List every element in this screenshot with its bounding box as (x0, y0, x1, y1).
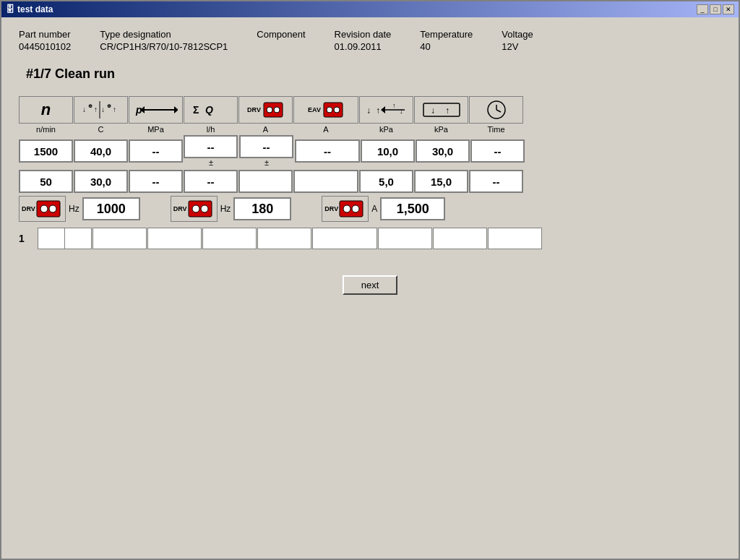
row2-drv (238, 170, 293, 193)
row2-eav (293, 170, 358, 193)
close-button[interactable]: ✕ (723, 4, 734, 14)
content-area: Part number 0445010102 Type designation … (1, 17, 739, 559)
q-icon: Σ Q (184, 96, 238, 124)
window-title: test data (17, 4, 53, 14)
kpa1-unit: kPa (359, 125, 413, 134)
voltage-label: Voltage (502, 29, 533, 40)
minimize-button[interactable]: _ (697, 4, 708, 14)
revision-date-value: 01.09.2011 (335, 41, 392, 52)
type-designation-label: Type designation (100, 29, 228, 40)
svg-point-35 (192, 205, 199, 212)
input-cell-9[interactable] (488, 228, 542, 249)
svg-point-14 (267, 107, 272, 113)
svg-point-38 (343, 205, 350, 212)
input-cell-3[interactable] (147, 228, 202, 249)
voltage-value: 12V (502, 41, 533, 52)
svg-rect-25 (423, 103, 460, 116)
next-button[interactable]: next (343, 275, 398, 295)
row1-kpa1: 10,0 (361, 139, 415, 163)
row1-time: -- (470, 139, 525, 163)
freq-row: DRV Hz 1000 DRV (19, 196, 721, 222)
time-unit: Time (469, 125, 523, 134)
kpa2-unit: kPa (414, 125, 468, 134)
svg-text:↓: ↓ (366, 105, 371, 116)
temp-icon: ↓ ⊕ ↑ ↓ ⊕ ↑ (74, 96, 128, 124)
input-cell-7[interactable] (378, 228, 432, 249)
part-number-col: Part number 0445010102 (19, 29, 71, 52)
svg-point-39 (352, 205, 359, 212)
temperature-col: Temperature 40 (420, 29, 473, 52)
input-cell-6[interactable] (312, 228, 377, 249)
col-header-q: Σ Q l/h (184, 96, 238, 134)
p-unit: MPa (129, 125, 183, 134)
col-header-drv: DRV A (238, 96, 293, 134)
temperature-value: 40 (420, 41, 473, 52)
n-unit: n/min (19, 125, 73, 134)
row1-kpa2: 30,0 (416, 139, 470, 163)
input-cell-4[interactable] (202, 228, 257, 249)
kpa1-icon: ↓ ↑ ↑ ↓ (359, 96, 413, 124)
header-info: Part number 0445010102 Type designation … (19, 29, 721, 52)
svg-point-33 (49, 205, 56, 212)
revision-date-label: Revision date (335, 29, 392, 40)
temperature-label: Temperature (420, 29, 473, 40)
part-number-label: Part number (19, 29, 71, 40)
maximize-button[interactable]: □ (710, 4, 721, 14)
temp-unit: C (74, 125, 128, 134)
col-header-temp: ↓ ⊕ ↑ ↓ ⊕ ↑ C (74, 96, 128, 134)
svg-point-18 (334, 107, 340, 113)
row1-q: -- (184, 135, 238, 158)
input-cell-8[interactable] (433, 228, 487, 249)
row1-n: 1500 (19, 139, 73, 163)
hz1-label: Hz (69, 204, 79, 214)
part-number-value: 0445010102 (19, 41, 71, 52)
component-label: Component (257, 29, 305, 40)
svg-text:↓: ↓ (101, 105, 105, 113)
svg-point-17 (327, 107, 332, 113)
row1-eav: -- (295, 139, 360, 163)
eav-unit: A (293, 125, 358, 134)
freq2-value: 180 (233, 197, 291, 220)
col-header-p: p MPa (129, 96, 183, 134)
drv-unit: A (238, 125, 293, 134)
row2-q: -- (184, 170, 238, 193)
col-header-eav: EAV A (293, 96, 358, 134)
svg-text:⊕: ⊕ (107, 103, 111, 108)
drv3-icon: DRV (322, 196, 369, 222)
data-row-2: 50 30,0 -- -- 5,0 15,0 -- (19, 170, 721, 193)
drv-col-icon: DRV (238, 96, 293, 124)
svg-line-30 (496, 110, 501, 112)
row1-temp: 40,0 (74, 139, 128, 163)
row1-q-pm: ± (209, 158, 213, 167)
svg-text:↓: ↓ (431, 105, 435, 116)
window-icon: 🗄 (6, 4, 14, 14)
svg-text:Σ: Σ (193, 104, 199, 116)
time-icon (469, 96, 523, 124)
svg-text:↓: ↓ (400, 108, 403, 115)
svg-point-32 (40, 205, 48, 212)
input-cell-1[interactable] (38, 228, 92, 249)
drv2-icon: DRV (171, 196, 218, 222)
p-icon: p (129, 96, 183, 124)
row2-n: 50 (19, 170, 73, 193)
title-bar-left: 🗄 test data (6, 4, 53, 14)
svg-text:↑: ↑ (392, 102, 396, 109)
revision-date-col: Revision date 01.09.2011 (335, 29, 392, 52)
row2-kpa1: 5,0 (359, 170, 413, 193)
svg-marker-22 (381, 106, 385, 113)
type-designation-value: CR/CP1H3/R70/10-7812SCP1 (100, 41, 228, 52)
svg-text:Q: Q (205, 104, 213, 116)
q-unit: l/h (184, 125, 238, 134)
row2-temp: 30,0 (74, 170, 128, 193)
component-col: Component (257, 29, 305, 52)
svg-text:↑: ↑ (113, 105, 116, 113)
svg-point-15 (274, 107, 280, 113)
row1-p: -- (129, 139, 183, 163)
row2-kpa2: 15,0 (414, 170, 468, 193)
svg-text:⊕: ⊕ (88, 103, 92, 108)
row-number: 1 (19, 233, 33, 244)
freq3-value: 1,500 (380, 197, 445, 220)
input-cell-5[interactable] (257, 228, 311, 249)
input-cell-2[interactable] (92, 228, 147, 249)
data-row-1: 1500 40,0 -- -- ± -- ± -- 10,0 30,0 -- (19, 135, 721, 167)
